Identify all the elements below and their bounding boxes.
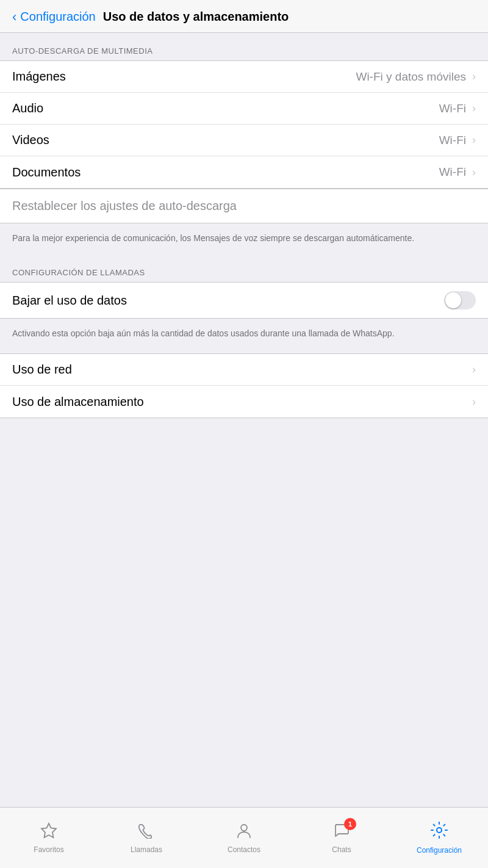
back-label: Configuración bbox=[20, 10, 95, 24]
nav-item-configuracion[interactable]: Configuración bbox=[390, 821, 488, 855]
auto-download-info: Para la mejor experiencia de comunicació… bbox=[0, 223, 488, 258]
chevron-right-icon: › bbox=[472, 134, 476, 146]
nav-label-chats: Chats bbox=[332, 845, 351, 854]
network-list: Uso de red › Uso de almacenamiento › bbox=[0, 353, 488, 418]
images-value: Wi-Fi y datos móviles › bbox=[356, 70, 476, 84]
reset-row[interactable]: Restablecer los ajustes de auto-descarga bbox=[0, 189, 488, 223]
storage-usage-chevron: › bbox=[470, 396, 476, 408]
chevron-left-icon: ‹ bbox=[12, 10, 16, 24]
nav-label-contactos: Contactos bbox=[228, 845, 260, 854]
documentos-label: Documentos bbox=[12, 165, 81, 179]
header: ‹ Configuración Uso de datos y almacenam… bbox=[0, 0, 488, 33]
network-usage-row[interactable]: Uso de red › bbox=[0, 354, 488, 386]
videos-row[interactable]: Videos Wi-Fi › bbox=[0, 125, 488, 156]
bottom-nav: Favoritos Llamadas Contactos 1 Chats bbox=[0, 807, 488, 868]
images-label: Imágenes bbox=[12, 70, 66, 84]
person-icon bbox=[235, 822, 253, 843]
gear-icon bbox=[430, 821, 448, 844]
chevron-right-icon: › bbox=[472, 396, 476, 408]
nav-item-chats[interactable]: 1 Chats bbox=[293, 822, 390, 854]
low-data-row[interactable]: Bajar el uso de datos bbox=[0, 283, 488, 318]
svg-point-1 bbox=[241, 825, 247, 831]
nav-item-llamadas[interactable]: Llamadas bbox=[98, 822, 195, 854]
nav-label-configuracion: Configuración bbox=[417, 846, 462, 855]
nav-item-favoritos[interactable]: Favoritos bbox=[0, 822, 98, 854]
chevron-right-icon: › bbox=[472, 70, 476, 83]
storage-usage-row[interactable]: Uso de almacenamiento › bbox=[0, 386, 488, 418]
network-usage-label: Uso de red bbox=[12, 363, 72, 377]
chevron-right-icon: › bbox=[472, 102, 476, 115]
nav-item-contactos[interactable]: Contactos bbox=[195, 822, 293, 854]
star-icon bbox=[40, 822, 57, 843]
chats-badge: 1 bbox=[344, 818, 356, 830]
low-data-label: Bajar el uso de datos bbox=[12, 294, 127, 308]
nav-label-favoritos: Favoritos bbox=[34, 845, 63, 854]
storage-usage-label: Uso de almacenamiento bbox=[12, 395, 144, 409]
images-row[interactable]: Imágenes Wi-Fi y datos móviles › bbox=[0, 61, 488, 93]
audio-value: Wi-Fi › bbox=[439, 102, 476, 115]
chat-icon: 1 bbox=[333, 822, 350, 843]
chevron-right-icon: › bbox=[472, 166, 476, 179]
svg-marker-0 bbox=[41, 823, 56, 837]
documentos-row[interactable]: Documentos Wi-Fi › bbox=[0, 156, 488, 188]
reset-label: Restablecer los ajustes de auto-descarga bbox=[12, 199, 237, 212]
auto-download-list: Imágenes Wi-Fi y datos móviles › Audio W… bbox=[0, 60, 488, 189]
calls-info-text: Activando esta opción baja aún más la ca… bbox=[0, 319, 488, 353]
toggle-thumb bbox=[445, 292, 461, 308]
videos-value: Wi-Fi › bbox=[439, 134, 476, 147]
documentos-value: Wi-Fi › bbox=[439, 165, 476, 179]
calls-list: Bajar el uso de datos bbox=[0, 282, 488, 319]
audio-row[interactable]: Audio Wi-Fi › bbox=[0, 93, 488, 125]
phone-icon bbox=[138, 822, 155, 843]
nav-label-llamadas: Llamadas bbox=[131, 845, 162, 854]
page-title: Uso de datos y almacenamiento bbox=[103, 10, 289, 24]
auto-download-section-header: AUTO-DESCARGA DE MULTIMEDIA bbox=[0, 33, 488, 60]
calls-section-header: CONFIGURACIÓN DE LLAMADAS bbox=[0, 258, 488, 282]
network-usage-chevron: › bbox=[470, 363, 476, 376]
svg-point-2 bbox=[437, 828, 442, 833]
audio-label: Audio bbox=[12, 101, 43, 115]
low-data-toggle[interactable] bbox=[444, 291, 476, 309]
back-button[interactable]: ‹ Configuración bbox=[12, 10, 96, 24]
videos-label: Videos bbox=[12, 133, 49, 147]
chevron-right-icon: › bbox=[472, 363, 476, 376]
